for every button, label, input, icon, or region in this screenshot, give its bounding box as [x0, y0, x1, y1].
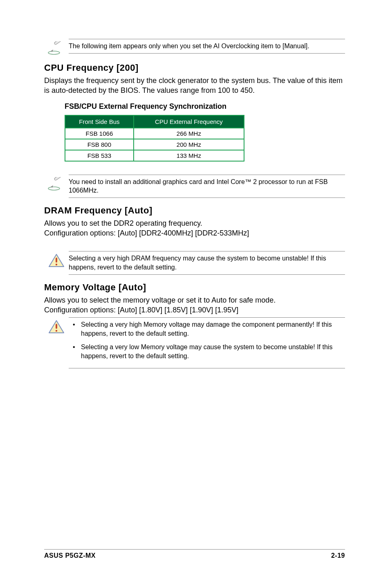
caution-icon — [44, 251, 69, 268]
svg-point-8 — [56, 264, 57, 265]
cell-fsb: FSB 1066 — [65, 128, 134, 139]
th-front-side-bus: Front Side Bus — [65, 115, 134, 128]
table-row: FSB 800 200 MHz — [65, 139, 244, 150]
cell-fsb: FSB 533 — [65, 150, 134, 161]
cell-freq: 266 MHz — [134, 128, 244, 139]
warning-list-item: Selecting a very low Memory voltage may … — [69, 343, 345, 360]
warning-list: Selecting a very high Memory voltage may… — [69, 320, 345, 360]
body-dram-line1: Allows you to set the DDR2 operating fre… — [44, 218, 345, 228]
heading-dram-frequency: DRAM Frequency [Auto] — [44, 205, 345, 216]
heading-fsb-sync: FSB/CPU External Frequency Synchronizati… — [65, 102, 345, 111]
warning-text: Selecting a very high DRAM frequency may… — [69, 251, 345, 274]
warning-block-dram: Selecting a very high DRAM frequency may… — [44, 251, 345, 274]
table-row: FSB 1066 266 MHz — [65, 128, 244, 139]
caution-icon — [44, 317, 69, 334]
warning-paragraph: Selecting a very high DRAM frequency may… — [69, 254, 345, 272]
note-paragraph: The following item appears only when you… — [69, 42, 345, 51]
svg-point-11 — [56, 330, 57, 332]
heading-memory-voltage: Memory Voltage [Auto] — [44, 282, 345, 293]
cell-freq: 200 MHz — [134, 139, 244, 150]
page-footer: ASUS P5GZ-MX 2-19 — [44, 549, 345, 559]
note-text: The following item appears only when you… — [69, 39, 345, 54]
warning-list-item: Selecting a very high Memory voltage may… — [69, 320, 345, 338]
note-block-graphics-card: You need to install an additional graphi… — [44, 175, 345, 198]
body-mem-line2: Configuration options: [Auto] [1.80V] [1… — [44, 305, 345, 315]
body-dram-line2: Configuration options: [Auto] [DDR2-400M… — [44, 228, 345, 238]
body-cpu-frequency: Displays the frequency sent by the clock… — [44, 76, 345, 96]
cell-freq: 133 MHz — [134, 150, 244, 161]
pencil-note-icon — [44, 39, 69, 55]
note-text: You need to install an additional graphi… — [69, 175, 345, 198]
footer-product: ASUS P5GZ-MX — [44, 552, 96, 559]
warning-block-memory-voltage: Selecting a very high Memory voltage may… — [44, 317, 345, 368]
note-block-ai-overclocking: The following item appears only when you… — [44, 39, 345, 55]
svg-point-3 — [48, 187, 60, 190]
svg-rect-10 — [56, 324, 57, 329]
heading-cpu-frequency: CPU Frequency [200] — [44, 63, 345, 73]
table-row: FSB 533 133 MHz — [65, 150, 244, 161]
pencil-note-icon — [44, 175, 69, 191]
cell-fsb: FSB 800 — [65, 139, 134, 150]
svg-rect-4 — [54, 177, 62, 181]
warning-text: Selecting a very high Memory voltage may… — [69, 317, 345, 368]
svg-point-0 — [48, 51, 60, 54]
body-mem-line1: Allows you to select the memory voltage … — [44, 295, 345, 305]
note-paragraph: You need to install an additional graphi… — [69, 177, 345, 195]
svg-rect-1 — [54, 41, 62, 45]
footer-page-number: 2-19 — [331, 552, 345, 559]
table-header-row: Front Side Bus CPU External Frequency — [65, 115, 244, 128]
th-cpu-ext-freq: CPU External Frequency — [134, 115, 244, 128]
fsb-table: Front Side Bus CPU External Frequency FS… — [65, 115, 244, 162]
svg-rect-7 — [56, 258, 57, 263]
